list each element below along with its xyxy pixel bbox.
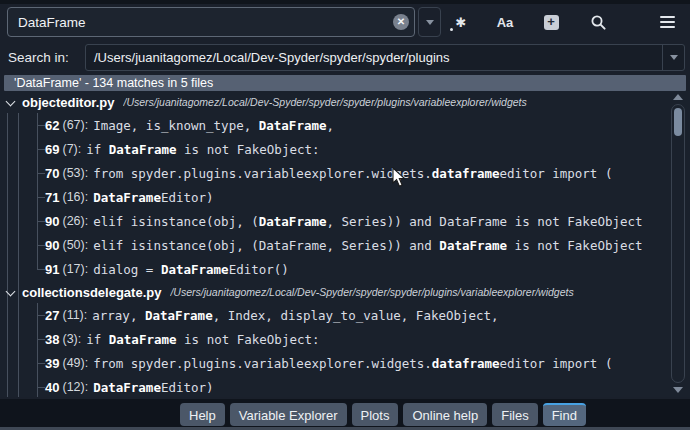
pane-tab-plots[interactable]: Plots xyxy=(352,403,399,426)
match-line-number: 70 xyxy=(45,166,59,181)
match-line-number: 71 xyxy=(45,190,59,205)
match-column: (26): xyxy=(62,214,88,228)
match-row[interactable]: 40 (12): DataFrameEditor) xyxy=(0,375,690,397)
match-code-text: dialog = DataFrameEditor() xyxy=(93,262,289,277)
match-row[interactable]: 27 (11): array, DataFrame, Index, displa… xyxy=(0,303,690,327)
match-code-text: if DataFrame is not FakeObject: xyxy=(86,332,319,347)
scrollbar-thumb[interactable] xyxy=(674,108,682,136)
match-row[interactable]: 90 (50): elif isinstance(obj, (DataFrame… xyxy=(0,233,690,257)
case-sensitive-toggle-button[interactable]: Aa xyxy=(490,7,520,37)
search-path-value: /Users/juanitagomez/Local/Dev-Spyder/spy… xyxy=(86,50,662,65)
file-path: /Users/juanitagomez/Local/Dev-Spyder/spy… xyxy=(123,96,526,108)
match-column: (67): xyxy=(62,118,88,132)
regex-icon: ✱ xyxy=(456,16,467,29)
match-line-number: 69 xyxy=(45,142,59,157)
search-results-tree: objecteditor.py /Users/juanitagomez/Loca… xyxy=(0,91,690,397)
scrollbar-track[interactable] xyxy=(671,104,685,383)
hamburger-menu-icon xyxy=(660,16,675,29)
match-row[interactable]: 71 (16): DataFrameEditor) xyxy=(0,185,690,209)
case-sensitive-icon: Aa xyxy=(497,15,514,30)
chevron-down-icon[interactable] xyxy=(6,97,16,107)
file-matches: 27 (11): array, DataFrame, Index, displa… xyxy=(0,303,690,397)
chevron-down-icon xyxy=(426,20,434,25)
regex-toggle-button[interactable]: ✱ xyxy=(446,7,476,37)
scroll-up-arrow-icon[interactable] xyxy=(673,94,683,100)
file-matches: 62 (67): Image, is_known_type, DataFrame… xyxy=(0,113,690,281)
file-result-group: objecteditor.py /Users/juanitagomez/Loca… xyxy=(0,91,690,281)
chevron-down-icon xyxy=(670,55,678,60)
results-summary-bar[interactable]: 'DataFrame' - 134 matches in 5 files xyxy=(4,75,686,91)
results-scrollbar[interactable] xyxy=(670,92,687,395)
match-column: (16): xyxy=(62,190,88,204)
match-code-text: elif isinstance(obj, (DataFrame, Series)… xyxy=(93,238,642,253)
file-name: objecteditor.py xyxy=(22,95,114,110)
file-path: /Users/juanitagomez/Local/Dev-Spyder/spy… xyxy=(170,286,573,298)
match-row[interactable]: 62 (67): Image, is_known_type, DataFrame… xyxy=(0,113,690,137)
file-name: collectionsdelegate.py xyxy=(22,285,161,300)
pane-tab-help[interactable]: Help xyxy=(180,403,225,426)
match-line-number: 40 xyxy=(45,380,59,395)
match-code-text: DataFrameEditor) xyxy=(93,190,213,205)
match-code-text: from spyder.plugins.variableexplorer.wid… xyxy=(93,356,612,371)
match-column: (12): xyxy=(62,380,88,394)
search-path-combobox[interactable]: /Users/juanitagomez/Local/Dev-Spyder/spy… xyxy=(85,44,685,71)
match-code-text: array, DataFrame, Index, display_to_valu… xyxy=(92,308,498,323)
path-dropdown-button[interactable] xyxy=(662,45,684,70)
file-header[interactable]: collectionsdelegate.py /Users/juanitagom… xyxy=(0,281,690,303)
tree-content: objecteditor.py /Users/juanitagomez/Loca… xyxy=(0,91,690,397)
file-result-group: collectionsdelegate.py /Users/juanitagom… xyxy=(0,281,690,397)
search-input[interactable] xyxy=(7,7,415,37)
match-row[interactable]: 91 (17): dialog = DataFrameEditor() xyxy=(0,257,690,281)
match-column: (11): xyxy=(62,308,87,322)
match-code-text: Image, is_known_type, DataFrame, xyxy=(93,118,334,133)
match-code-text: if DataFrame is not FakeObject: xyxy=(86,142,319,157)
match-line-number: 91 xyxy=(45,262,59,277)
find-toolbar: ✕ ✱ Aa + xyxy=(0,7,690,37)
match-line-number: 39 xyxy=(45,356,59,371)
match-column: (53): xyxy=(62,166,88,180)
match-line-number: 90 xyxy=(45,214,59,229)
pane-tab-files[interactable]: Files xyxy=(492,403,537,426)
window-top-edge xyxy=(0,0,690,4)
search-in-row: Search in: /Users/juanitagomez/Local/Dev… xyxy=(0,44,690,71)
match-column: (7): xyxy=(62,142,81,156)
match-line-number: 90 xyxy=(45,238,59,253)
match-code-text: DataFrameEditor) xyxy=(93,380,213,395)
pane-tab-bar: Help Variable Explorer Plots Online help… xyxy=(0,399,690,427)
match-row[interactable]: 39 (49): from spyder.plugins.variableexp… xyxy=(0,351,690,375)
pane-tabs: Help Variable Explorer Plots Online help… xyxy=(180,403,586,426)
search-icon xyxy=(590,14,607,31)
start-search-button[interactable] xyxy=(583,7,613,37)
clear-search-button[interactable]: ✕ xyxy=(393,14,409,30)
options-menu-button[interactable] xyxy=(652,7,682,37)
file-header[interactable]: objecteditor.py /Users/juanitagomez/Loca… xyxy=(0,91,690,113)
match-column: (49): xyxy=(62,356,88,370)
pane-tab-online-help[interactable]: Online help xyxy=(403,403,487,426)
match-row[interactable]: 69 (7): if DataFrame is not FakeObject: xyxy=(0,137,690,161)
match-line-number: 27 xyxy=(45,308,59,323)
match-code-text: elif isinstance(obj, (DataFrame, Series)… xyxy=(93,214,642,229)
chevron-down-icon[interactable] xyxy=(6,287,16,297)
match-line-number: 62 xyxy=(45,118,59,133)
plus-icon: + xyxy=(544,15,559,30)
exclude-options-button[interactable]: + xyxy=(536,7,566,37)
search-in-label: Search in: xyxy=(8,44,69,71)
search-input-wrap: ✕ xyxy=(7,7,415,37)
pane-tab-find[interactable]: Find xyxy=(543,403,586,426)
match-row[interactable]: 90 (26): elif isinstance(obj, (DataFrame… xyxy=(0,209,690,233)
match-column: (3): xyxy=(62,332,81,346)
match-row[interactable]: 38 (3): if DataFrame is not FakeObject: xyxy=(0,327,690,351)
scroll-down-arrow-icon[interactable] xyxy=(673,387,683,393)
match-column: (50): xyxy=(62,238,88,252)
match-row[interactable]: 70 (53): from spyder.plugins.variableexp… xyxy=(0,161,690,185)
match-code-text: from spyder.plugins.variableexplorer.wid… xyxy=(93,166,612,181)
match-column: (17): xyxy=(62,262,88,276)
match-line-number: 38 xyxy=(45,332,59,347)
pane-tab-variable-explorer[interactable]: Variable Explorer xyxy=(230,403,347,426)
search-history-dropdown[interactable] xyxy=(418,7,441,37)
